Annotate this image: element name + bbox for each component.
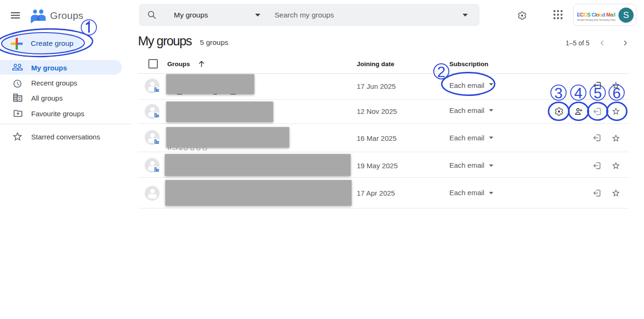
svg-text:4: 4	[574, 85, 583, 102]
svg-text:6: 6	[612, 85, 621, 102]
svg-text:2: 2	[437, 63, 446, 80]
svg-text:3: 3	[554, 85, 563, 102]
svg-text:5: 5	[593, 85, 602, 102]
